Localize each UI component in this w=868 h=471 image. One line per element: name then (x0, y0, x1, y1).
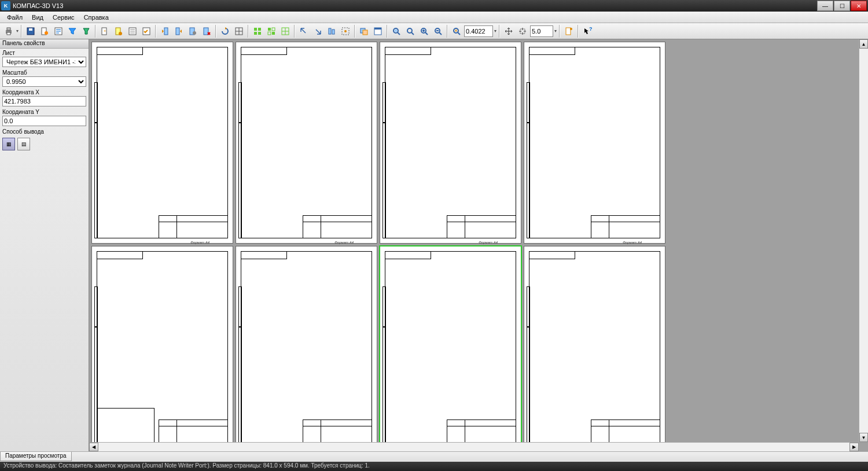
grid-outline-icon[interactable] (279, 25, 292, 38)
tab-view-params[interactable]: Параметры просмотра (0, 452, 72, 461)
grid-select-icon[interactable] (265, 25, 278, 38)
toolbar-sep (155, 25, 156, 38)
svg-rect-29 (329, 28, 331, 34)
coordy-input[interactable] (2, 116, 86, 126)
svg-point-39 (407, 28, 412, 33)
scroll-up-icon[interactable]: ▲ (859, 39, 868, 49)
toolbar-sep (578, 25, 579, 38)
add-page-icon[interactable]: + (98, 25, 111, 38)
toolbar-sep (354, 25, 355, 38)
vertical-scrollbar[interactable]: ▲ ▼ (859, 39, 868, 442)
snap-icon[interactable] (339, 25, 352, 38)
toolbar-sep (21, 25, 22, 38)
svg-rect-34 (363, 30, 367, 35)
window-icon[interactable] (372, 25, 384, 38)
remove-page-icon[interactable] (200, 25, 213, 38)
scroll-left-icon[interactable]: ◀ (89, 443, 98, 451)
horizontal-scrollbar[interactable]: ◀ ▶ (89, 442, 859, 451)
step-icon[interactable] (516, 25, 529, 38)
toolbar: ▾ + ▾ ▾ ? (0, 23, 868, 39)
save-icon[interactable] (24, 25, 37, 38)
zoom-out-icon[interactable] (432, 25, 444, 38)
preview-sheet-1[interactable]: Формат А4 (91, 42, 233, 244)
zoom-dyn-icon[interactable] (450, 25, 463, 38)
zoom-fit-icon[interactable] (390, 25, 403, 38)
zoom-in-icon[interactable] (418, 25, 431, 38)
svg-rect-25 (272, 28, 275, 31)
zoom-value-input[interactable] (464, 25, 493, 37)
title-bar: K КОМПАС-3D V13 — ☐ ✕ (0, 0, 868, 12)
list-label: Лист (2, 50, 86, 56)
menu-service[interactable]: Сервис (48, 13, 79, 22)
svg-rect-24 (268, 28, 271, 31)
refresh-icon[interactable] (562, 25, 575, 38)
coordy-label: Координата Y (2, 109, 86, 115)
maximize-button[interactable]: ☐ (834, 1, 850, 11)
svg-rect-21 (258, 28, 261, 31)
scroll-track[interactable] (98, 443, 849, 451)
print-icon[interactable] (2, 25, 15, 38)
svg-text:?: ? (589, 27, 592, 32)
close-button[interactable]: ✕ (851, 1, 867, 11)
preview-sheet-8[interactable]: Формат А4 (524, 246, 665, 448)
arrow-tl-icon[interactable] (297, 25, 310, 38)
svg-text:+: + (104, 28, 106, 34)
toolbar-sep (499, 25, 500, 38)
coordx-label: Координата X (2, 89, 86, 95)
zoom-dropdown-icon[interactable]: ▾ (494, 28, 496, 34)
svg-rect-4 (29, 28, 32, 31)
preview-sheet-4[interactable]: Формат А4 (524, 42, 665, 244)
insert-right-icon[interactable] (172, 25, 185, 38)
page-gear-icon[interactable] (186, 25, 199, 38)
preview-sheet-3[interactable]: Формат А4 (380, 42, 521, 244)
svg-rect-38 (395, 30, 397, 32)
zoom-window-icon[interactable] (404, 25, 417, 38)
toolbar-sep (95, 25, 96, 38)
menu-file[interactable]: Файл (2, 13, 27, 22)
preview-sheet-5[interactable]: Формат А4 (91, 246, 233, 448)
list-check-icon[interactable] (140, 25, 153, 38)
grid-green-icon[interactable] (251, 25, 264, 38)
coordx-input[interactable] (2, 96, 86, 106)
svg-rect-26 (268, 32, 271, 35)
toolbar-sep (387, 25, 388, 38)
svg-rect-2 (7, 32, 10, 35)
properties-panel: Панель свойств Лист Чертеж БЕЗ ИМЕНИ1 ->… (0, 39, 89, 451)
scale-select[interactable]: 0.9950 (2, 76, 86, 87)
page-setup-icon[interactable] (38, 25, 51, 38)
list-select[interactable]: Чертеж БЕЗ ИМЕНИ1 ->Лис (2, 57, 86, 67)
funnel-icon[interactable] (80, 25, 93, 38)
bottom-tab-bar: Параметры просмотра (0, 451, 868, 462)
properties-icon[interactable] (52, 25, 65, 38)
preview-sheet-6[interactable]: Формат А4 (236, 246, 377, 448)
menu-view[interactable]: Вид (27, 13, 48, 22)
minimize-button[interactable]: — (817, 1, 833, 11)
preview-sheet-7[interactable]: Формат А4 (380, 246, 521, 448)
svg-point-32 (344, 30, 347, 32)
arrow-br-icon[interactable] (311, 25, 324, 38)
output-mode-1-button[interactable]: ▦ (2, 138, 15, 150)
step-dropdown-icon[interactable]: ▾ (554, 28, 557, 34)
scroll-right-icon[interactable]: ▶ (849, 443, 859, 451)
preview-sheet-2[interactable]: Формат А4 (236, 42, 377, 244)
toolbar-sep (559, 25, 560, 38)
scroll-down-icon[interactable]: ▼ (859, 433, 868, 442)
status-bar: Устройство вывода: Составитель заметок ж… (0, 462, 868, 471)
layers-icon[interactable] (358, 25, 370, 38)
filter-icon[interactable] (66, 25, 79, 38)
rotate-icon[interactable] (219, 25, 231, 38)
output-mode-2-button[interactable]: ▤ (17, 138, 30, 150)
help-cursor-icon[interactable]: ? (581, 25, 594, 38)
list-icon[interactable] (126, 25, 139, 38)
toolbar-sep (215, 25, 216, 38)
insert-left-icon[interactable] (159, 25, 171, 38)
panel-title: Панель свойств (0, 39, 89, 49)
step-value-input[interactable] (530, 25, 553, 37)
align-icon[interactable] (325, 25, 338, 38)
add-doc-icon[interactable] (112, 25, 125, 38)
grid-icon[interactable] (233, 25, 245, 38)
window-buttons: — ☐ ✕ (816, 1, 867, 11)
menu-help[interactable]: Справка (79, 13, 113, 22)
scroll-track[interactable] (859, 49, 868, 433)
pan-icon[interactable] (502, 25, 515, 38)
